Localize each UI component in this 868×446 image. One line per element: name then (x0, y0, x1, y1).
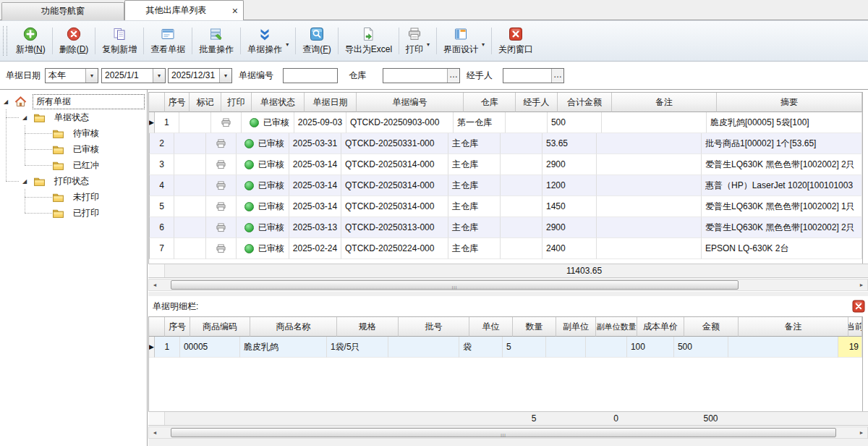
col-unit[interactable]: 单位 (469, 317, 513, 337)
table-row[interactable]: 4 已审核 2025-03-14 QTCKD-20250314-000 主仓库 … (149, 175, 862, 196)
tree-node-label[interactable]: 待审核 (70, 127, 102, 140)
chevron-down-icon[interactable]: ▾ (219, 69, 231, 83)
table-row[interactable]: 7 已审核 2025-02-24 QTCKD-20250224-000 主仓库 … (149, 238, 862, 259)
cell-date[interactable]: 2025-03-14 (289, 175, 341, 196)
col-status[interactable]: 单据状态 (252, 93, 305, 112)
warehouse-input[interactable] (383, 69, 447, 83)
table-row[interactable]: 3 已审核 2025-03-14 QTCKD-20250314-000 主仓库 … (149, 154, 862, 175)
col-current-stock[interactable]: 当前 (848, 317, 862, 337)
cell-mark[interactable] (179, 112, 211, 133)
toolbar-grip-handle[interactable] (3, 26, 7, 56)
cell-summary[interactable]: 爱普生LQ630K 黑色色带[1002002] 2只 (702, 154, 862, 175)
cell-remark[interactable] (597, 238, 702, 259)
copy-new-button[interactable]: 复制新增 (96, 23, 142, 59)
cell-warehouse[interactable]: 主仓库 (448, 133, 501, 154)
expander-icon[interactable]: ◢ (20, 114, 29, 121)
cell-seq[interactable]: 2 (150, 133, 174, 154)
chevron-down-icon[interactable]: ▾ (85, 69, 98, 83)
date-to-select[interactable]: 2025/12/31 ▾ (168, 68, 232, 83)
cell-status[interactable]: 已审核 (237, 133, 289, 154)
cell-mark[interactable] (174, 217, 206, 238)
cell-handler[interactable] (501, 238, 542, 259)
cell-doc-no[interactable]: QTCKD-20250313-000 (341, 217, 448, 238)
cell-summary[interactable]: 惠普（HP）LaserJet 1020[100101003 (702, 175, 862, 196)
table-row[interactable]: 5 已审核 2025-03-14 QTCKD-20250314-000 主仓库 … (149, 196, 862, 217)
cell-summary[interactable]: 爱普生LQ630K 黑色色带[1002002] 2只 (702, 217, 862, 238)
close-detail-icon[interactable] (852, 300, 865, 313)
cell-amount[interactable]: 53.65 (542, 133, 597, 154)
cell-batch[interactable] (388, 337, 459, 358)
cell-seq[interactable]: 6 (150, 217, 174, 238)
cell-remark[interactable] (597, 196, 702, 217)
col-handler[interactable]: 经手人 (516, 93, 558, 112)
col-summary[interactable]: 摘要 (717, 93, 862, 112)
table-row[interactable]: 2 已审核 2025-03-31 QTCKD-20250331-000 主仓库 … (149, 133, 862, 154)
col-sub-unit[interactable]: 副单位 (556, 317, 596, 337)
cell-amount[interactable]: 500 (674, 337, 728, 358)
cell-warehouse[interactable]: 主仓库 (448, 154, 501, 175)
cell-status[interactable]: 已审核 (237, 175, 289, 196)
date-preset-select[interactable]: 本年 ▾ (45, 68, 98, 83)
cell-summary[interactable]: 脆皮乳鸽[00005] 5袋[100] (707, 112, 862, 133)
cell-mark[interactable] (174, 154, 206, 175)
col-batch[interactable]: 批号 (399, 317, 469, 337)
cell-summary[interactable]: 批号商品1[00002] 1个[53.65] (702, 133, 862, 154)
cell-mark[interactable] (174, 238, 206, 259)
cell-remark[interactable] (597, 217, 702, 238)
col-remark[interactable]: 备注 (612, 93, 717, 112)
cell-amount[interactable]: 1200 (542, 175, 597, 196)
col-date[interactable]: 单据日期 (305, 93, 357, 112)
cell-handler[interactable] (501, 133, 542, 154)
cell-warehouse[interactable]: 第一仓库 (454, 112, 506, 133)
cell-warehouse[interactable]: 主仓库 (448, 217, 501, 238)
col-product-name[interactable]: 商品名称 (250, 317, 337, 337)
cell-doc-no[interactable]: QTCKD-20250314-000 (341, 196, 448, 217)
export-excel-button[interactable]: 导出为Excel (339, 23, 398, 59)
cell-date[interactable]: 2025-03-14 (289, 196, 341, 217)
cell-sub-unit[interactable] (546, 337, 586, 358)
cell-doc-no[interactable]: QTCKD-20250331-000 (341, 133, 448, 154)
chevron-down-icon[interactable]: ▾ (482, 41, 485, 48)
cell-spec[interactable]: 1袋/5只 (327, 337, 388, 358)
cell-status[interactable]: 已审核 (242, 112, 294, 133)
cell-status[interactable]: 已审核 (237, 154, 289, 175)
cell-amount[interactable]: 500 (548, 112, 602, 133)
col-cost-price[interactable]: 成本单价 (637, 317, 684, 337)
ui-design-button[interactable]: 界面设计 ▾ (438, 23, 490, 59)
cell-doc-no[interactable]: QTCKD-20250903-000 (346, 112, 454, 133)
view-document-button[interactable]: 查看单据 (145, 23, 191, 59)
date-from-select[interactable]: 2025/1/1 ▾ (101, 68, 166, 83)
scrollbar-thumb[interactable]: ||| (171, 428, 836, 437)
doc-no-input[interactable] (284, 69, 337, 83)
cell-amount[interactable]: 2900 (542, 217, 597, 238)
scroll-left-arrow-icon[interactable]: ◄ (149, 427, 161, 438)
cell-warehouse[interactable]: 主仓库 (448, 238, 501, 259)
cell-print[interactable] (206, 238, 237, 259)
cell-print[interactable] (206, 217, 237, 238)
cell-mark[interactable] (174, 175, 206, 196)
cell-print[interactable] (211, 112, 242, 133)
cell-sub-qty[interactable] (586, 337, 627, 358)
col-seq[interactable]: 序号 (165, 93, 190, 112)
tree-node-pending-audit[interactable]: 待审核 (52, 125, 147, 141)
document-actions-button[interactable]: 单据操作 ▾ (242, 23, 294, 59)
cell-current-stock[interactable]: 19 (838, 337, 862, 358)
tree-node-audited[interactable]: 已审核 (52, 141, 147, 157)
cell-product-name[interactable]: 脆皮乳鸽 (240, 337, 327, 358)
cell-print[interactable] (206, 175, 237, 196)
col-product-code[interactable]: 商品编码 (190, 317, 250, 337)
tree-node-red-flushed[interactable]: 已红冲 (52, 157, 147, 173)
cell-summary[interactable]: EPSON LQ-630K 2台 (702, 238, 862, 259)
handler-input[interactable] (503, 69, 551, 83)
col-qty[interactable]: 数量 (513, 317, 556, 337)
tree-node-label[interactable]: 未打印 (70, 190, 102, 204)
cell-remark[interactable] (597, 133, 702, 154)
scrollbar-thumb[interactable]: ||| (171, 280, 739, 290)
cell-warehouse[interactable]: 主仓库 (448, 196, 501, 217)
detail-row[interactable]: ▶ 1 00005 脆皮乳鸽 1袋/5只 袋 5 100 500 19 (149, 337, 862, 358)
col-print[interactable]: 打印 (221, 93, 252, 112)
tree-node-label[interactable]: 打印状态 (51, 174, 92, 188)
cell-unit[interactable]: 袋 (459, 337, 503, 358)
cell-mark[interactable] (174, 196, 206, 217)
tree-node-label[interactable]: 所有单据 (33, 94, 145, 109)
